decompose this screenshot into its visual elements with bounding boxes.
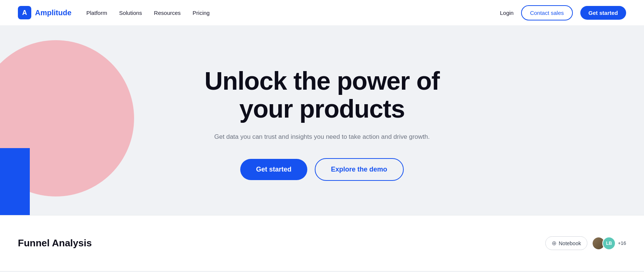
hero-buttons: Get started Explore the demo bbox=[177, 158, 467, 181]
get-started-nav-button[interactable]: Get started bbox=[580, 6, 626, 20]
hero-title: Unlock the power of your products bbox=[177, 67, 467, 123]
notebook-label: Notebook bbox=[559, 240, 581, 246]
avatars-group: LB +16 bbox=[592, 237, 626, 250]
nav-link-resources[interactable]: Resources bbox=[154, 10, 181, 16]
hero-section: Unlock the power of your products Get da… bbox=[0, 25, 644, 215]
hero-content: Unlock the power of your products Get da… bbox=[177, 67, 467, 181]
navbar-right: Login Contact sales Get started bbox=[500, 5, 626, 20]
navbar-left: A Amplitude Platform Solutions Resources… bbox=[18, 6, 210, 19]
nav-link-platform[interactable]: Platform bbox=[86, 10, 107, 16]
bottom-strip-right: ⊕ Notebook LB +16 bbox=[545, 236, 626, 250]
nav-link-pricing[interactable]: Pricing bbox=[193, 10, 210, 16]
avatar-count: +16 bbox=[618, 240, 626, 246]
nav-links: Platform Solutions Resources Pricing bbox=[86, 10, 210, 16]
hero-get-started-button[interactable]: Get started bbox=[240, 159, 307, 180]
logo-icon: A bbox=[18, 6, 31, 19]
notebook-button[interactable]: ⊕ Notebook bbox=[545, 236, 587, 250]
blue-rectangle-decoration bbox=[0, 148, 30, 215]
nav-link-solutions[interactable]: Solutions bbox=[119, 10, 142, 16]
logo[interactable]: A Amplitude bbox=[18, 6, 72, 19]
avatar-lb: LB bbox=[602, 237, 616, 250]
plus-circle-icon: ⊕ bbox=[552, 240, 556, 247]
bottom-strip: Funnel Analysis ⊕ Notebook LB +16 bbox=[0, 215, 644, 271]
login-link[interactable]: Login bbox=[500, 10, 514, 16]
contact-sales-button[interactable]: Contact sales bbox=[521, 5, 573, 20]
logo-letter: A bbox=[22, 9, 27, 17]
hero-explore-demo-button[interactable]: Explore the demo bbox=[315, 158, 404, 181]
funnel-analysis-title: Funnel Analysis bbox=[18, 237, 92, 249]
avatar-initials: LB bbox=[606, 241, 612, 246]
brand-name: Amplitude bbox=[35, 9, 72, 17]
navbar: A Amplitude Platform Solutions Resources… bbox=[0, 0, 644, 25]
hero-subtitle: Get data you can trust and insights you … bbox=[177, 132, 467, 142]
